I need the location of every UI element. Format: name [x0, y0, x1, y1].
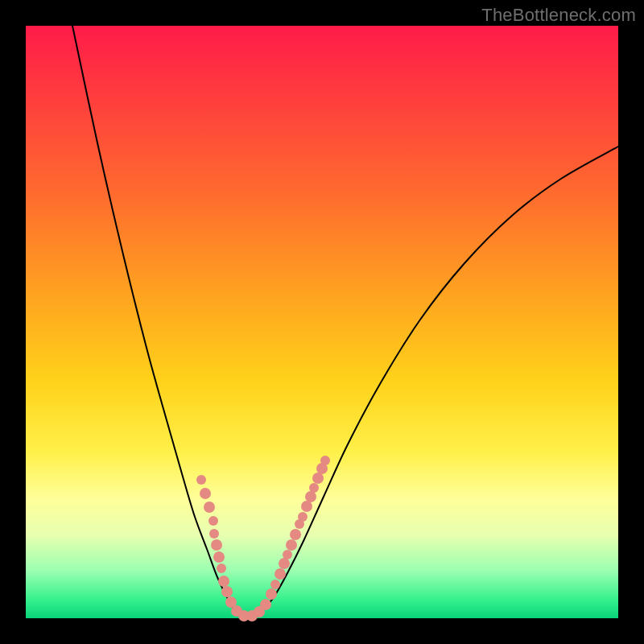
marker-dot — [270, 580, 280, 589]
marker-dot — [309, 483, 319, 493]
marker-dot — [283, 550, 292, 559]
line-series-group — [72, 26, 618, 617]
marker-dot — [204, 502, 215, 513]
marker-dot — [209, 529, 219, 539]
curve-left-curve — [72, 26, 246, 617]
marker-dot — [275, 568, 286, 580]
curve-right-curve — [246, 147, 618, 617]
marker-dot — [218, 576, 229, 587]
marker-dot — [196, 475, 206, 485]
marker-dot — [211, 539, 222, 551]
outer-frame: TheBottleneck.com — [0, 0, 644, 644]
marker-dot — [217, 564, 226, 573]
watermark-text: TheBottleneck.com — [481, 5, 636, 26]
marker-dot — [260, 599, 271, 610]
marker-dot — [266, 588, 277, 600]
marker-dot — [221, 586, 233, 597]
marker-dot — [286, 539, 297, 551]
marker-dot — [305, 491, 316, 502]
marker-dot — [298, 512, 308, 522]
chart-svg — [26, 26, 618, 618]
marker-dot — [279, 558, 290, 569]
marker-dot — [290, 529, 301, 540]
marker-dot — [301, 501, 312, 512]
marker-dot — [312, 473, 324, 484]
marker-dot — [200, 488, 211, 499]
marker-dot — [320, 456, 330, 465]
marker-series-group — [196, 456, 330, 621]
marker-dot — [213, 551, 225, 563]
marker-dot — [208, 516, 218, 526]
